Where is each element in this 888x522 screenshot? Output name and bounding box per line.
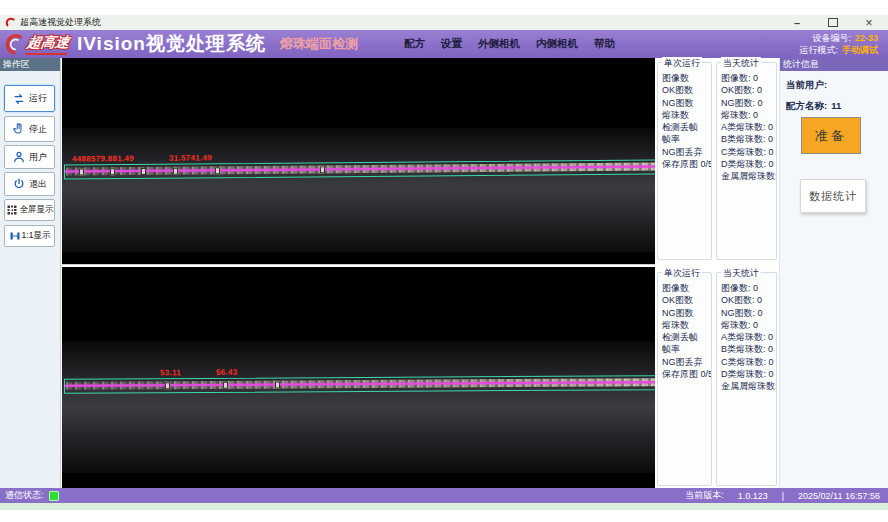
desktop: 超高速视觉处理系统 – × 超高速 IVision视觉处理系统 熔珠端面检测 配… (0, 0, 888, 522)
stat-row: C类熔珠数: 0 (717, 146, 776, 158)
stat-row: 熔珠数: 0 (717, 319, 776, 331)
stat-row: 检测丢帧 (658, 331, 711, 343)
stat-row: 图像数 (658, 282, 711, 294)
run-cycle-icon (12, 92, 26, 106)
stat-row: NG图丢弃 (658, 356, 711, 368)
stat-row: B类熔珠数: 0 (717, 133, 776, 145)
detection-marker (165, 382, 170, 389)
one-to-one-button[interactable]: 1:1显示 (4, 225, 55, 247)
maximize-icon (828, 18, 838, 27)
stat-row: 图像数 (658, 72, 711, 84)
stop-button[interactable]: 停止 (4, 116, 55, 142)
info-panel-title: 统计信息 (780, 58, 888, 71)
detection-marker (110, 168, 115, 175)
stop-button-label: 停止 (29, 123, 47, 136)
stat-row: OK图数: 0 (717, 84, 776, 96)
inner-camera-view: 53.11 56.43 (62, 267, 655, 488)
measurement-annotation: 4488579.881.49 (72, 154, 134, 164)
camera-gradient-band (62, 128, 655, 252)
stat-row: OK图数 (658, 294, 711, 306)
current-user-row: 当前用户: (786, 79, 888, 92)
menu-item[interactable]: 设置 (441, 37, 462, 51)
version-label: 当前版本: (685, 489, 724, 502)
close-button[interactable]: × (862, 17, 876, 28)
stat-row: 金属屑熔珠数: 0 (717, 380, 776, 392)
run-button-label: 运行 (29, 92, 47, 105)
app-header: 超高速 IVision视觉处理系统 熔珠端面检测 配方设置外侧相机内侧相机帮助 … (0, 30, 888, 58)
fullscreen-button[interactable]: 全屏显示 (4, 199, 55, 221)
stat-row: A类熔珠数: 0 (717, 121, 776, 133)
measurement-annotation: 31.5741.49 (169, 153, 212, 162)
window-titlebar: 超高速视觉处理系统 – × (0, 15, 888, 31)
maximize-button[interactable] (826, 17, 840, 28)
menu-item[interactable]: 内侧相机 (536, 37, 578, 51)
groupbox-title: 当天统计 (721, 57, 761, 70)
header-info: 设备编号: 22-33 运行模式: 手动调试 (799, 32, 878, 56)
measurement-annotation: 53.11 (160, 368, 181, 377)
brand-logo-text: 超高速 (25, 34, 71, 55)
app-logo-icon (5, 17, 16, 28)
power-icon (12, 177, 26, 191)
app-subtitle: 熔珠端面检测 (280, 35, 358, 53)
comm-status: 通信状态: (5, 489, 59, 502)
stat-rows: 图像数OK图数NG图数熔珠数检测丢帧帧率NG图丢弃保存原图 0/500 (658, 63, 711, 170)
groupbox-title: 单次运行 (662, 267, 702, 280)
detection-marker (173, 168, 178, 175)
menu-bar: 配方设置外侧相机内侧相机帮助 (404, 37, 615, 51)
user-button[interactable]: 用户 (4, 145, 55, 169)
minimize-button[interactable]: – (790, 17, 804, 28)
device-number-row: 设备编号: 22-33 (799, 32, 878, 44)
statistics-info-panel: 统计信息 当前用户: 配方名称: 11 准备 数据统计 (779, 58, 888, 488)
exit-button[interactable]: 退出 (4, 172, 55, 196)
stat-row: 帧率 (658, 133, 711, 145)
groupbox-title: 单次运行 (662, 57, 702, 70)
operation-sidebar: 操作区 运行 停止 用户 (0, 58, 61, 488)
comm-ok-indicator (49, 491, 59, 501)
stat-row: OK图数: 0 (717, 294, 776, 306)
comm-status-label: 通信状态: (5, 489, 44, 502)
stat-row: NG图数: 0 (717, 307, 776, 319)
stat-rows: 图像数: 0OK图数: 0NG图数: 0熔珠数: 0A类熔珠数: 0B类熔珠数:… (717, 63, 776, 183)
stat-row: 熔珠数 (658, 109, 711, 121)
stat-row: D类熔珠数: 0 (717, 158, 776, 170)
datetime-value: 2025/02/11 16:57:56 (798, 491, 880, 501)
data-statistics-button[interactable]: 数据统计 (800, 179, 866, 213)
desktop-edge-strip (0, 503, 888, 510)
detection-marker (141, 168, 146, 175)
recipe-name-value: 11 (831, 100, 841, 113)
brand-swirl-icon (3, 32, 25, 56)
stat-row: NG图数: 0 (717, 97, 776, 109)
stat-row: 熔珠数 (658, 319, 711, 331)
fullscreen-grid-icon (6, 204, 18, 216)
stat-row: 熔珠数: 0 (717, 109, 776, 121)
menu-item[interactable]: 配方 (404, 37, 425, 51)
run-mode-label: 运行模式: (799, 44, 838, 56)
menu-item[interactable]: 帮助 (594, 37, 615, 51)
user-icon (12, 150, 26, 164)
single-run-stats-top: 单次运行 图像数OK图数NG图数熔珠数检测丢帧帧率NG图丢弃保存原图 0/500 (657, 62, 712, 260)
recipe-name-row: 配方名称: 11 (786, 100, 888, 113)
today-stats-top: 当天统计 图像数: 0OK图数: 0NG图数: 0熔珠数: 0A类熔珠数: 0B… (716, 62, 777, 260)
device-number-label: 设备编号: (812, 32, 851, 44)
measurement-annotation: 56.43 (216, 368, 238, 377)
stat-row: 帧率 (658, 343, 711, 355)
stat-row: 保存原图 0/500 (658, 368, 711, 380)
exit-button-label: 退出 (29, 178, 47, 191)
device-number-value: 22-33 (855, 32, 878, 44)
stat-row: D类熔珠数: 0 (717, 368, 776, 380)
one-to-one-icon (9, 230, 21, 242)
menu-item[interactable]: 外侧相机 (478, 37, 520, 51)
detection-marker (320, 166, 325, 173)
stat-row: 图像数: 0 (717, 72, 776, 84)
detection-marker (275, 382, 280, 389)
app-title: IVision视觉处理系统 (77, 31, 266, 57)
stat-row: 图像数: 0 (717, 282, 776, 294)
window-controls: – × (790, 17, 876, 28)
run-button[interactable]: 运行 (4, 85, 55, 112)
current-user-label: 当前用户: (786, 79, 827, 92)
prepare-button[interactable]: 准备 (801, 117, 861, 154)
run-mode-row: 运行模式: 手动调试 (799, 44, 878, 56)
stat-rows: 图像数: 0OK图数: 0NG图数: 0熔珠数: 0A类熔珠数: 0B类熔珠数:… (717, 273, 776, 393)
run-mode-value: 手动调试 (842, 44, 878, 56)
groupbox-title: 当天统计 (721, 267, 761, 280)
